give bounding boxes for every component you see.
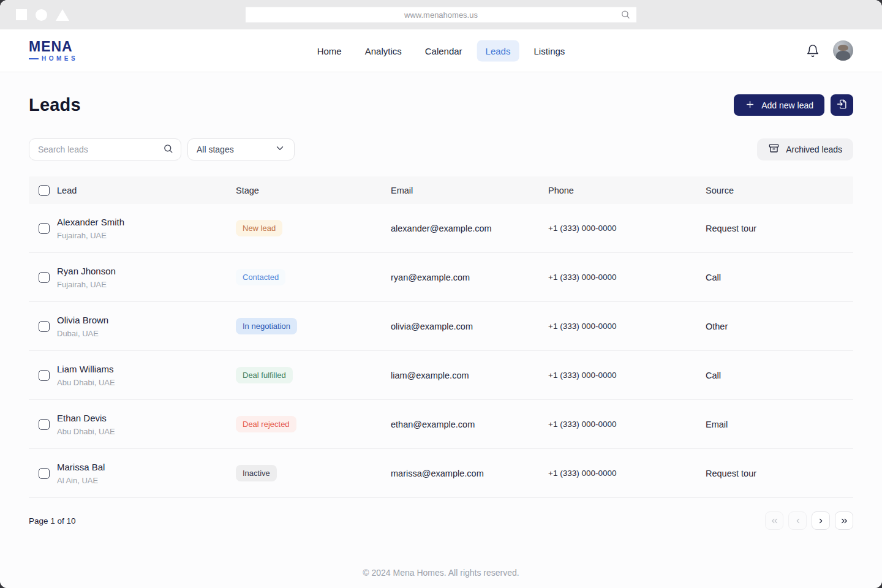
lead-source: Request tour	[706, 469, 853, 478]
user-avatar[interactable]	[833, 40, 853, 61]
lead-location: Al Ain, UAE	[57, 476, 236, 485]
page-footer: © 2024 Mena Homes. All rights reserved.	[29, 567, 853, 588]
row-checkbox[interactable]	[39, 223, 50, 234]
lead-email: alexander@example.com	[391, 224, 548, 233]
table-row[interactable]: Ryan Jhonson Fujairah, UAE Contacted rya…	[29, 253, 853, 302]
lead-phone: +1 (333) 000-0000	[548, 322, 706, 331]
column-header-phone: Phone	[548, 186, 706, 195]
browser-chrome: www.menahomes.us	[0, 0, 882, 29]
lead-email: ryan@example.com	[391, 273, 548, 282]
column-header-source: Source	[706, 186, 853, 195]
column-header-email: Email	[391, 186, 548, 195]
double-chevron-left-icon	[770, 516, 779, 526]
stage-filter-dropdown[interactable]: All stages	[187, 138, 295, 160]
row-checkbox[interactable]	[39, 321, 50, 332]
leads-table: Lead Stage Email Phone Source Alexander …	[29, 176, 853, 498]
last-page-button[interactable]	[835, 511, 853, 530]
table-row[interactable]: Ethan Devis Abu Dhabi, UAE Deal rejected…	[29, 400, 853, 449]
row-checkbox[interactable]	[39, 370, 50, 381]
stage-badge: In negotiation	[236, 318, 297, 334]
lead-location: Fujairah, UAE	[57, 280, 236, 289]
logo-dash	[29, 58, 39, 59]
lead-email: olivia@example.com	[391, 322, 548, 331]
row-checkbox[interactable]	[39, 468, 50, 479]
search-leads-box	[29, 138, 181, 160]
previous-page-button[interactable]	[788, 511, 807, 530]
page-title: Leads	[29, 95, 81, 115]
search-leads-input[interactable]	[38, 145, 163, 154]
import-leads-button[interactable]	[831, 94, 853, 116]
table-row[interactable]: Liam Williams Abu Dhabi, UAE Deal fulfil…	[29, 351, 853, 400]
nav-item-leads[interactable]: Leads	[477, 40, 519, 61]
url-bar[interactable]: www.menahomes.us	[246, 7, 636, 23]
lead-name: Marissa Bal	[57, 462, 236, 472]
mena-homes-logo[interactable]: MENA HOMES	[29, 40, 78, 62]
lead-name: Olivia Brown	[57, 315, 236, 325]
lead-source: Call	[706, 371, 853, 380]
leads-table-body: Alexander Smith Fujairah, UAE New lead a…	[29, 204, 853, 498]
lead-location: Fujairah, UAE	[57, 231, 236, 240]
stage-badge: Deal rejected	[236, 416, 296, 432]
archived-leads-button[interactable]: Archived leads	[757, 138, 853, 160]
add-new-lead-label: Add new lead	[761, 100, 813, 110]
stage-badge: Deal fulfilled	[236, 367, 293, 383]
double-chevron-right-icon	[840, 516, 849, 526]
archived-leads-label: Archived leads	[786, 145, 842, 154]
lead-location: Dubai, UAE	[57, 329, 236, 338]
first-page-button[interactable]	[765, 511, 783, 530]
copyright-text: © 2024 Mena Homes. All rights reserved.	[363, 568, 519, 578]
browser-window: www.menahomes.us MENA HOMES Home Analyti…	[0, 0, 882, 588]
pagination: Page 1 of 10	[29, 511, 853, 530]
search-icon	[163, 143, 173, 156]
lead-location: Abu Dhabi, UAE	[57, 427, 236, 436]
lead-source: Call	[706, 273, 853, 282]
plus-icon	[745, 99, 755, 111]
lead-phone: +1 (333) 000-0000	[548, 420, 706, 429]
row-checkbox[interactable]	[39, 272, 50, 283]
next-page-button[interactable]	[812, 511, 830, 530]
lead-location: Abu Dhabi, UAE	[57, 378, 236, 387]
nav-item-calendar[interactable]: Calendar	[417, 40, 471, 61]
logo-line2: HOMES	[42, 56, 78, 62]
lead-email: ethan@example.com	[391, 420, 548, 429]
lead-source: Request tour	[706, 224, 853, 233]
circle-shape-icon[interactable]	[36, 9, 47, 21]
lead-email: liam@example.com	[391, 371, 548, 380]
lead-email: marissa@example.com	[391, 469, 548, 478]
nav-item-analytics[interactable]: Analytics	[356, 40, 410, 61]
select-all-checkbox[interactable]	[39, 185, 50, 196]
table-row[interactable]: Alexander Smith Fujairah, UAE New lead a…	[29, 204, 853, 253]
archive-box-icon	[768, 143, 780, 156]
add-new-lead-button[interactable]: Add new lead	[734, 94, 824, 116]
window-controls	[0, 9, 69, 21]
page-indicator: Page 1 of 10	[29, 516, 76, 526]
stage-badge: Inactive	[236, 465, 277, 481]
lead-phone: +1 (333) 000-0000	[548, 371, 706, 380]
lead-name: Ethan Devis	[57, 413, 236, 423]
row-checkbox[interactable]	[39, 419, 50, 430]
table-row[interactable]: Olivia Brown Dubai, UAE In negotiation o…	[29, 302, 853, 351]
column-header-lead: Lead	[57, 186, 236, 195]
stage-filter-value: All stages	[197, 145, 274, 154]
lead-phone: +1 (333) 000-0000	[548, 224, 706, 233]
lead-name: Ryan Jhonson	[57, 266, 236, 276]
lead-phone: +1 (333) 000-0000	[548, 273, 706, 282]
notification-bell-icon[interactable]	[806, 44, 820, 58]
square-shape-icon[interactable]	[16, 9, 27, 20]
chevron-left-icon	[793, 516, 802, 526]
lead-name: Liam Williams	[57, 364, 236, 374]
chevron-right-icon	[816, 516, 826, 526]
main-content: Leads Add new lead	[0, 72, 882, 588]
lead-source: Email	[706, 420, 853, 429]
url-search-icon[interactable]	[620, 10, 630, 22]
import-document-icon	[836, 98, 848, 112]
nav-item-home[interactable]: Home	[309, 40, 350, 61]
chevron-down-icon	[274, 143, 285, 156]
triangle-shape-icon[interactable]	[56, 9, 69, 21]
column-header-stage: Stage	[236, 186, 391, 195]
nav-item-listings[interactable]: Listings	[525, 40, 573, 61]
lead-phone: +1 (333) 000-0000	[548, 469, 706, 478]
stage-badge: New lead	[236, 220, 282, 236]
lead-source: Other	[706, 322, 853, 331]
table-row[interactable]: Marissa Bal Al Ain, UAE Inactive marissa…	[29, 449, 853, 498]
